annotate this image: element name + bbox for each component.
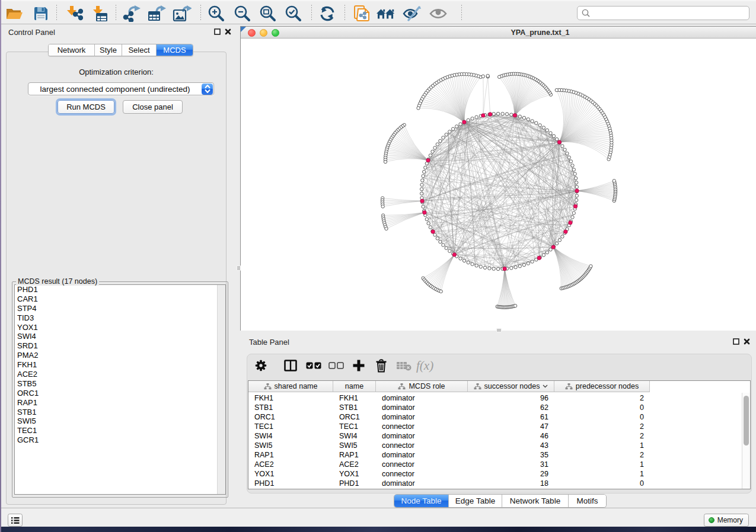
tab-style[interactable]: Style (95, 44, 122, 56)
import-network-icon[interactable] (64, 4, 84, 24)
horizontal-splitter-handle[interactable] (496, 328, 502, 332)
criterion-dropdown[interactable]: largest connected component (undirected) (28, 82, 214, 95)
function-builder-icon[interactable]: f(x) (415, 356, 438, 375)
mcds-result-item[interactable]: SRD1 (15, 341, 225, 351)
mcds-result-item[interactable]: SWI5 (15, 416, 225, 426)
table-row[interactable]: RAP1RAP1dominator352 (248, 450, 650, 460)
mcds-result-item[interactable]: CAR1 (15, 294, 225, 304)
tab-edge-table[interactable]: Edge Table (449, 495, 502, 507)
search-box[interactable] (577, 6, 749, 20)
column-header-successor-nodes[interactable]: successor nodes (468, 381, 554, 392)
float-window-icon[interactable] (733, 338, 739, 345)
network-canvas[interactable] (241, 39, 756, 331)
tab-network[interactable]: Network (49, 44, 95, 56)
export-table-icon[interactable] (146, 4, 167, 24)
mcds-result-item[interactable]: TID3 (15, 313, 225, 323)
mcds-result-item[interactable]: ACE2 (15, 370, 225, 379)
open-file-icon[interactable] (4, 4, 24, 24)
add-column-icon[interactable] (349, 356, 368, 375)
frame-corner-decoration (241, 27, 246, 32)
zoom-in-icon[interactable] (206, 4, 227, 24)
show-all-icon[interactable] (376, 4, 396, 24)
column-header-name[interactable]: name (333, 381, 376, 392)
save-session-icon[interactable] (31, 4, 51, 24)
close-panel-icon[interactable] (225, 28, 231, 35)
float-window-icon[interactable] (214, 28, 221, 35)
network-window-titlebar[interactable]: YPA_prune.txt_1 (241, 27, 756, 39)
table-row[interactable]: SWI4SWI4dominator462 (248, 431, 650, 441)
column-header-label: MCDS role (409, 382, 445, 390)
tab-node-table[interactable]: Node Table (394, 495, 449, 507)
mcds-result-item[interactable]: STP4 (15, 304, 225, 313)
mcds-result-item[interactable]: YOX1 (15, 323, 225, 332)
delete-columns-icon[interactable] (372, 356, 391, 375)
delete-table-icon[interactable] (394, 356, 413, 375)
column-header-MCDS-role[interactable]: MCDS role (376, 381, 468, 392)
close-panel-icon[interactable] (744, 338, 750, 345)
mcds-result-item[interactable]: PMA2 (15, 351, 225, 360)
hide-selected-icon[interactable] (402, 4, 422, 24)
import-table-icon[interactable] (90, 4, 110, 24)
select-all-check-icon[interactable] (304, 356, 323, 375)
mcds-result-group: MCDS result (17 nodes) PHD1CAR1STP4TID3Y… (12, 277, 228, 498)
table-row[interactable]: STB1STB1dominator620 (248, 403, 650, 412)
mcds-result-item[interactable]: PHD1 (15, 285, 225, 294)
table-row[interactable]: FKH1FKH1dominator962 (248, 393, 650, 403)
mcds-result-item[interactable]: STB1 (15, 408, 225, 417)
network-view-window: YPA_prune.txt_1 (240, 26, 756, 331)
memory-button[interactable]: Memory (704, 514, 749, 527)
run-mcds-button[interactable]: Run MCDS (58, 100, 114, 114)
vertical-splitter-handle[interactable] (237, 265, 241, 271)
mcds-result-item[interactable]: RAP1 (15, 398, 225, 408)
panel-window-buttons (733, 338, 750, 345)
table-row[interactable]: SWI5SWI5connector431 (248, 441, 650, 450)
unselect-all-icon[interactable] (327, 356, 346, 375)
export-image-icon[interactable] (172, 4, 192, 24)
table-row[interactable]: ORC1ORC1dominator610 (248, 412, 650, 422)
table-panel-tabs: Node TableEdge TableNetwork TableMotifs (394, 494, 607, 508)
table-toolbar: f(x) (247, 354, 751, 377)
table-scrollbar[interactable] (742, 393, 750, 489)
split-columns-icon[interactable] (281, 356, 300, 375)
toolbar-separator (461, 5, 462, 21)
zoom-out-icon[interactable] (232, 4, 253, 24)
close-panel-button[interactable]: Close panel (123, 100, 183, 114)
mcds-result-list[interactable]: PHD1CAR1STP4TID3YOX1SWI4SRD1PMA2FKH1ACE2… (14, 284, 226, 495)
zoom-selected-icon[interactable] (283, 4, 304, 24)
table-row[interactable]: ACE2ACE2connector311 (248, 460, 650, 469)
table-row[interactable]: TEC1TEC1connector472 (248, 422, 650, 431)
table-settings-icon[interactable] (251, 356, 270, 375)
mcds-result-item[interactable]: STB5 (15, 379, 225, 389)
new-network-from-selection-icon[interactable] (352, 4, 372, 24)
tab-network-table[interactable]: Network Table (502, 495, 569, 507)
mcds-result-scrollbar[interactable] (217, 285, 225, 494)
table-cell: connector (376, 460, 468, 469)
export-network-icon[interactable] (122, 4, 142, 24)
table-cell: STB1 (333, 403, 376, 412)
zoom-fit-icon[interactable] (258, 4, 278, 24)
column-header-shared-name[interactable]: shared name (248, 381, 333, 392)
table-scrollbar-thumb[interactable] (744, 396, 749, 446)
table-cell: TEC1 (248, 422, 333, 431)
mcds-result-item[interactable]: TEC1 (15, 426, 225, 435)
table-cell: 2 (554, 422, 650, 431)
table-row[interactable]: PHD1PHD1dominator180 (248, 479, 650, 488)
node-table: shared namenameMCDS rolesuccessor nodesp… (248, 380, 751, 489)
tab-motifs[interactable]: Motifs (569, 495, 606, 507)
table-cell: ACE2 (248, 460, 333, 469)
show-hidden-icon[interactable] (428, 4, 448, 24)
mcds-result-item[interactable]: ORC1 (15, 389, 225, 398)
mcds-result-legend: MCDS result (17 nodes) (16, 277, 99, 286)
mcds-result-item[interactable]: GCR1 (15, 435, 225, 445)
mcds-result-item[interactable]: SWI4 (15, 332, 225, 341)
apply-layout-icon[interactable] (317, 4, 337, 24)
table-cell: ORC1 (248, 412, 333, 422)
mcds-result-item[interactable]: FKH1 (15, 360, 225, 370)
table-row[interactable]: YOX1YOX1connector291 (248, 469, 650, 479)
tab-select[interactable]: Select (122, 44, 157, 56)
task-history-button[interactable] (8, 514, 23, 527)
search-input[interactable] (593, 9, 749, 18)
toolbar-separator (311, 5, 312, 21)
column-header-predecessor-nodes[interactable]: predecessor nodes (554, 381, 650, 392)
tab-mcds[interactable]: MCDS (157, 44, 193, 56)
